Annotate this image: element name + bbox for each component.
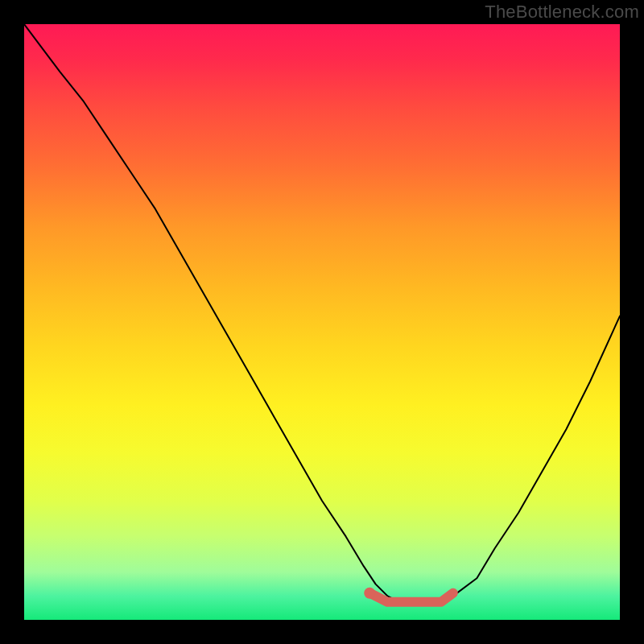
optimal-marker: [24, 24, 620, 620]
plot-area: [24, 24, 620, 620]
svg-point-0: [364, 588, 375, 599]
chart-container: TheBottleneck.com: [0, 0, 644, 644]
watermark-text: TheBottleneck.com: [485, 2, 639, 23]
